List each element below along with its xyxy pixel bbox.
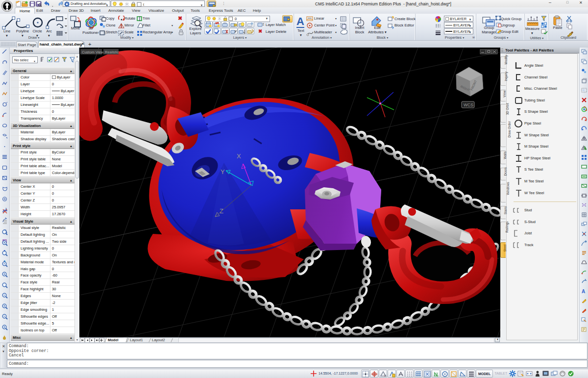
svg-text:WCS: WCS — [464, 102, 473, 107]
svg-text:0: 0 — [143, 2, 144, 7]
svg-text:Y: Y — [220, 168, 225, 176]
svg-text:Realistic: Realistic — [105, 50, 119, 54]
svg-text:Custom View: Custom View — [82, 50, 104, 54]
svg-text:1:1: 1:1 — [384, 374, 387, 377]
svg-text:0: 0 — [235, 17, 237, 21]
svg-text:A: A — [582, 289, 585, 294]
svg-text:X: X — [237, 152, 241, 160]
